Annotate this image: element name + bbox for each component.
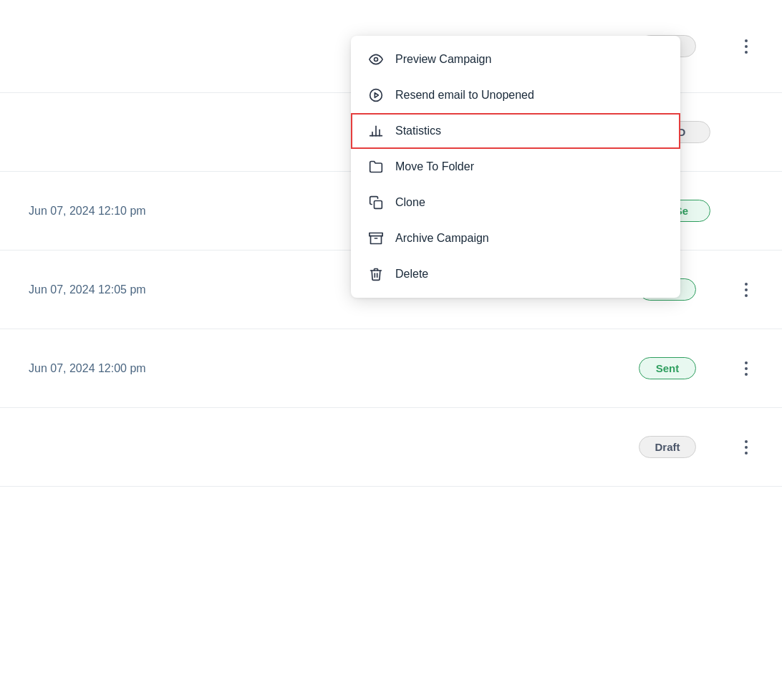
context-menu: Preview Campaign Resend email to Unopene…: [351, 36, 680, 298]
three-dots-icon: [745, 39, 748, 54]
table-row: Jun 07, 2024 12:00 pm Sent: [0, 329, 782, 408]
trash-icon: [368, 266, 384, 282]
more-options-button[interactable]: [739, 434, 753, 460]
three-dots-icon: [745, 440, 748, 454]
status-badge: Draft: [639, 436, 696, 458]
svg-rect-8: [370, 233, 382, 236]
archive-icon: [368, 230, 384, 246]
copy-icon: [368, 195, 384, 210]
row-status: Draft: [639, 436, 696, 458]
bar-chart-icon: [368, 123, 384, 139]
three-dots-icon: [745, 361, 748, 376]
folder-icon: [368, 159, 384, 175]
menu-item-label: Move To Folder: [395, 160, 474, 173]
svg-rect-7: [375, 201, 382, 209]
menu-item-archive-campaign[interactable]: Archive Campaign: [351, 220, 680, 256]
more-options-button[interactable]: [739, 34, 753, 59]
menu-item-label: Delete: [395, 268, 428, 281]
svg-point-0: [375, 58, 378, 62]
table-row: Draft: [0, 408, 782, 487]
menu-item-resend-email[interactable]: Resend email to Unopened: [351, 77, 680, 113]
status-badge: Sent: [639, 357, 696, 379]
menu-item-label: Statistics: [395, 125, 441, 137]
menu-item-label: Preview Campaign: [395, 53, 491, 66]
menu-item-label: Resend email to Unopened: [395, 89, 534, 102]
campaigns-table: Draft Preview Campaign: [0, 0, 782, 700]
eye-icon: [368, 52, 384, 67]
play-circle-icon: [368, 87, 384, 103]
more-options-button[interactable]: [739, 277, 753, 303]
menu-item-statistics[interactable]: Statistics: [351, 113, 680, 149]
menu-item-label: Clone: [395, 196, 425, 209]
svg-point-1: [370, 89, 382, 102]
three-dots-icon: [745, 283, 748, 297]
menu-item-clone[interactable]: Clone: [351, 185, 680, 220]
menu-item-move-to-folder[interactable]: Move To Folder: [351, 149, 680, 185]
more-options-button[interactable]: [739, 356, 753, 381]
svg-marker-2: [375, 93, 378, 98]
row-status: Sent: [639, 357, 696, 379]
row-date: Jun 07, 2024 12:00 pm: [29, 362, 639, 375]
menu-item-delete[interactable]: Delete: [351, 256, 680, 292]
menu-item-label: Archive Campaign: [395, 232, 489, 245]
menu-item-preview-campaign[interactable]: Preview Campaign: [351, 42, 680, 77]
table-row: Draft Preview Campaign: [0, 0, 782, 93]
